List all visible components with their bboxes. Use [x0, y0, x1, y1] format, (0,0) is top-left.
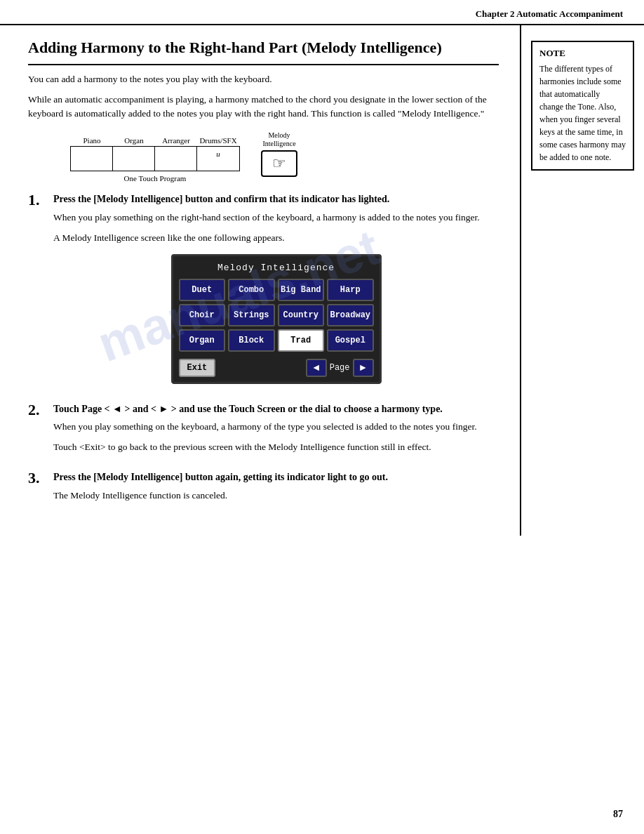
mi-btn-country[interactable]: Country: [278, 304, 325, 326]
otp-labels: Piano Organ Arranger Drums/SFX: [71, 136, 239, 145]
note-box: NOTE The different types of harmonies in…: [531, 41, 634, 171]
step-1-para2: A Melody Intelligence screen like the on…: [53, 231, 499, 246]
step-2-number: 2.: [28, 402, 45, 461]
otp-box-drums: u: [197, 147, 239, 171]
note-box-text: The different types of harmonies include…: [539, 62, 626, 164]
mi-btn-choir[interactable]: Choir: [179, 304, 226, 326]
note-box-title: NOTE: [539, 48, 626, 59]
mi-btn-block[interactable]: Block: [228, 329, 275, 352]
mi-btn-broadway[interactable]: Broadway: [327, 304, 374, 326]
page-container: manuals.net Chapter 2 Automatic Accompan…: [0, 0, 644, 834]
step-3-para1: The Melody Intelligence function is canc…: [53, 489, 499, 503]
otp-diagram: Piano Organ Arranger Drums/SFX u One Tou…: [70, 136, 240, 183]
step-1-para1: When you play something on the right-han…: [53, 211, 499, 225]
step-1-content: Press the [Melody Intelligence] button a…: [53, 192, 499, 392]
otp-label-organ: Organ: [113, 136, 155, 145]
step-3-number: 3.: [28, 470, 45, 509]
mi-label-top: MelodyIntelligence: [262, 131, 295, 148]
mi-page-area: ◄ Page ►: [306, 359, 374, 377]
step-1: 1. Press the [Melody Intelligence] butto…: [28, 192, 499, 392]
mi-prev-arrow[interactable]: ◄: [306, 359, 327, 377]
mi-btn-strings[interactable]: Strings: [228, 304, 275, 326]
mi-btn-harp[interactable]: Harp: [327, 279, 374, 301]
intro-p1: You can add a harmony to the notes you p…: [28, 72, 499, 87]
sidebar: NOTE The different types of harmonies in…: [521, 25, 644, 536]
step-2: 2. Touch Page < ◄ > and < ► > and use th…: [28, 402, 499, 461]
otp-label-arranger: Arranger: [155, 136, 197, 145]
step-1-number: 1.: [28, 192, 45, 392]
hand-icon: ☞: [272, 154, 286, 173]
step-3-content: Press the [Melody Intelligence] button a…: [53, 470, 499, 509]
mi-btn-bigband[interactable]: Big Band: [278, 279, 325, 301]
content-area: Adding Harmony to the Right-hand Part (M…: [0, 25, 521, 536]
step-1-title: Press the [Melody Intelligence] button a…: [53, 192, 499, 206]
mi-screen-title: Melody Intelligence: [176, 259, 377, 277]
otp-diagram-container: Piano Organ Arranger Drums/SFX u One Tou…: [70, 131, 499, 183]
otp-box-arranger: [155, 147, 197, 171]
mi-button-box: ☞: [261, 150, 297, 177]
mi-btn-gospel[interactable]: Gospel: [327, 329, 374, 352]
chapter-header: Chapter 2 Automatic Accompaniment: [0, 0, 644, 25]
section-title: Adding Harmony to the Right-hand Part (M…: [28, 38, 499, 65]
mi-button-diagram: MelodyIntelligence ☞: [261, 131, 297, 177]
mi-screen-bottom: Exit ◄ Page ►: [176, 357, 377, 379]
otp-box-organ: [113, 147, 155, 171]
mi-page-label: Page: [330, 363, 350, 373]
chapter-title: Chapter 2 Automatic Accompaniment: [476, 8, 623, 19]
mi-screen-grid: Duet Combo Big Band Harp Choir Strings C…: [176, 277, 377, 353]
mi-exit-button[interactable]: Exit: [179, 359, 216, 377]
otp-boxes: u: [70, 146, 240, 171]
step-2-title: Touch Page < ◄ > and < ► > and use the T…: [53, 402, 499, 416]
mi-btn-duet[interactable]: Duet: [179, 279, 226, 301]
otp-box-piano: [71, 147, 113, 171]
step-2-content: Touch Page < ◄ > and < ► > and use the T…: [53, 402, 499, 461]
step-3-title: Press the [Melody Intelligence] button a…: [53, 470, 499, 484]
mi-btn-organ[interactable]: Organ: [179, 329, 226, 352]
otp-label-drums: Drums/SFX: [197, 136, 239, 145]
main-layout: Adding Harmony to the Right-hand Part (M…: [0, 25, 644, 536]
mi-btn-combo[interactable]: Combo: [228, 279, 275, 301]
step-2-para2: Touch <Exit> to go back to the previous …: [53, 440, 499, 455]
otp-caption: One Touch Program: [124, 174, 187, 183]
intro-p2: While an automatic accompaniment is play…: [28, 93, 499, 122]
mi-btn-trad[interactable]: Trad: [278, 329, 325, 352]
mi-screen: Melody Intelligence Duet Combo Big Band …: [171, 254, 382, 384]
step-3: 3. Press the [Melody Intelligence] butto…: [28, 470, 499, 509]
page-number: 87: [613, 809, 623, 820]
step-2-para1: When you play something on the keyboard,…: [53, 420, 499, 435]
mi-next-arrow[interactable]: ►: [353, 359, 374, 377]
otp-label-piano: Piano: [71, 136, 113, 145]
